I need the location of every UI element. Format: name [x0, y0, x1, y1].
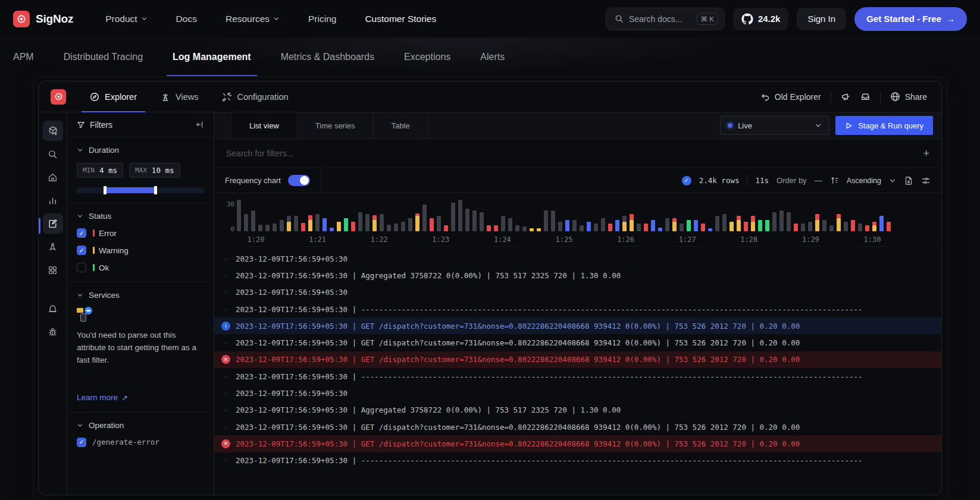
- view-tab-time-series[interactable]: Time series: [298, 112, 374, 139]
- download-file-icon: [904, 176, 913, 185]
- inbox-button[interactable]: [860, 92, 871, 102]
- nav-link-resources[interactable]: Resources: [226, 14, 280, 24]
- log-text: 2023-12-09T17:56:59+05:30 | ------------…: [236, 456, 863, 465]
- chart-bar: [680, 224, 684, 231]
- collapse-panel-icon[interactable]: [195, 120, 204, 129]
- docs-search-input[interactable]: Search docs... ⌘ K: [606, 8, 725, 30]
- share-button[interactable]: Share: [890, 92, 927, 102]
- product-tab-metrics-dashboards[interactable]: Metrics & Dashboards: [281, 38, 374, 76]
- duration-section-header[interactable]: Duration: [77, 146, 204, 155]
- log-row[interactable]: ›2023-12-09T17:56:59+05:30 | -----------…: [214, 452, 941, 469]
- product-tab-log-management[interactable]: Log Management: [173, 38, 251, 76]
- checkbox[interactable]: ✓: [77, 246, 86, 255]
- rail-item-dashboards[interactable]: [43, 260, 63, 280]
- arrow-right-icon: →: [946, 14, 955, 24]
- expand-caret-icon[interactable]: ›: [224, 306, 228, 313]
- nav-link-pricing[interactable]: Pricing: [308, 14, 336, 24]
- rail-item-exceptions[interactable]: [43, 322, 63, 342]
- log-row[interactable]: ›2023-12-09T17:56:59+05:30 | -----------…: [214, 301, 941, 317]
- chevron-down-icon: [77, 292, 83, 298]
- expand-caret-icon[interactable]: ›: [224, 457, 228, 464]
- divider: [831, 92, 831, 102]
- tab-views[interactable]: Views: [161, 81, 198, 112]
- view-tab-table[interactable]: Table: [374, 112, 428, 139]
- add-filter-button[interactable]: +: [923, 147, 929, 160]
- log-row[interactable]: ›2023-12-09T17:56:59+05:30: [214, 284, 941, 301]
- log-row[interactable]: i2023-12-09T17:56:59+05:30 | GET /dispat…: [214, 317, 941, 334]
- log-row[interactable]: ✕2023-12-09T17:56:59+05:30 | GET /dispat…: [214, 435, 941, 452]
- nav-link-customer-stories[interactable]: Customer Stories: [365, 14, 436, 24]
- old-explorer-button[interactable]: Old Explorer: [760, 92, 821, 102]
- product-tab-exceptions[interactable]: Exceptions: [404, 38, 450, 76]
- frequency-chart-toggle[interactable]: [288, 175, 310, 186]
- learn-more-link[interactable]: Learn more ↗: [77, 393, 204, 402]
- export-button[interactable]: [904, 176, 913, 185]
- rail-item-home[interactable]: [43, 167, 63, 187]
- status-checkbox-warning[interactable]: ✓Warning: [77, 246, 204, 255]
- log-row[interactable]: ›2023-12-09T17:56:59+05:30 | GET /dispat…: [214, 419, 941, 435]
- elapsed-time: 11s: [755, 176, 769, 185]
- expand-caret-icon[interactable]: ›: [224, 389, 228, 397]
- app-logo-icon[interactable]: [51, 89, 66, 105]
- log-row[interactable]: ›2023-12-09T17:56:59+05:30 | -----------…: [214, 368, 941, 385]
- x-axis-label: 1:23: [432, 235, 449, 244]
- slider-handle-max[interactable]: [154, 186, 157, 194]
- log-row[interactable]: ›2023-12-09T17:56:59+05:30 | Aggregated …: [214, 402, 941, 419]
- expand-caret-icon[interactable]: ›: [224, 255, 228, 263]
- duration-slider[interactable]: [77, 187, 204, 193]
- chart-bar: [358, 212, 362, 231]
- log-row[interactable]: ›2023-12-09T17:56:59+05:30: [214, 250, 941, 267]
- expand-caret-icon[interactable]: ›: [224, 406, 228, 414]
- log-row[interactable]: ›2023-12-09T17:56:59+05:30 | GET /dispat…: [214, 334, 941, 351]
- expand-caret-icon[interactable]: ›: [224, 373, 228, 380]
- filter-search-input[interactable]: Search for filters...: [226, 149, 923, 158]
- operation-checkbox--generate-error[interactable]: ✓/generate-error: [77, 438, 204, 447]
- expand-caret-icon[interactable]: ›: [224, 288, 228, 296]
- github-stars-button[interactable]: 24.2k: [733, 8, 789, 30]
- status-checkbox-error[interactable]: ✓Error: [77, 228, 204, 238]
- old-explorer-label: Old Explorer: [775, 92, 821, 102]
- duration-min-input[interactable]: MIN 4 ms: [77, 163, 123, 178]
- product-tab-apm[interactable]: APM: [13, 38, 34, 76]
- x-axis-label: 1:30: [864, 235, 881, 244]
- rail-item-get-started[interactable]: [43, 121, 63, 141]
- status-section-header[interactable]: Status: [77, 212, 204, 221]
- rail-item-alerts[interactable]: [43, 298, 63, 319]
- rail-item-search[interactable]: [43, 144, 63, 164]
- chevron-down-icon[interactable]: [889, 177, 896, 184]
- log-row[interactable]: ✕2023-12-09T17:56:59+05:30 | GET /dispat…: [214, 351, 941, 368]
- operation-section-header[interactable]: Operation: [77, 421, 204, 430]
- services-section-header[interactable]: Services: [77, 291, 204, 300]
- expand-caret-icon[interactable]: ›: [224, 423, 228, 431]
- time-range-select[interactable]: Live: [720, 116, 829, 135]
- checkbox[interactable]: ✓: [77, 438, 86, 447]
- nav-link-product[interactable]: Product: [105, 14, 147, 24]
- duration-max-input[interactable]: MAX 10 ms: [129, 163, 180, 178]
- product-tab-alerts[interactable]: Alerts: [480, 38, 505, 76]
- signoz-logo[interactable]: SigNoz: [13, 11, 73, 27]
- log-row[interactable]: ›2023-12-09T17:56:59+05:30 | Aggregated …: [214, 267, 941, 284]
- chart-bar: [851, 220, 855, 231]
- x-axis-label: 1:22: [371, 235, 388, 244]
- expand-caret-icon[interactable]: ›: [224, 339, 228, 347]
- rail-item-services[interactable]: [43, 190, 63, 210]
- rail-item-traces[interactable]: [43, 237, 63, 257]
- nav-link-docs[interactable]: Docs: [176, 14, 197, 24]
- log-row[interactable]: ›2023-12-09T17:56:59+05:30: [214, 385, 941, 401]
- severity-color-tick: [93, 264, 95, 271]
- checkbox[interactable]: [77, 263, 86, 272]
- tab-explorer[interactable]: Explorer: [90, 81, 137, 112]
- stage-run-query-button[interactable]: Stage & Run query: [835, 116, 933, 135]
- rail-item-logs[interactable]: [43, 213, 63, 234]
- checkbox[interactable]: ✓: [77, 228, 86, 238]
- slider-handle-min[interactable]: [104, 186, 107, 194]
- format-options-button[interactable]: [921, 176, 931, 185]
- tab-configuration[interactable]: Configuration: [222, 81, 288, 112]
- sign-in-button[interactable]: Sign In: [797, 8, 846, 30]
- status-checkbox-ok[interactable]: Ok: [77, 263, 204, 272]
- expand-caret-icon[interactable]: ›: [224, 272, 228, 279]
- product-tab-distributed-tracing[interactable]: Distributed Tracing: [64, 38, 143, 76]
- view-tab-list[interactable]: List view: [231, 112, 298, 139]
- get-started-button[interactable]: Get Started - Free →: [854, 7, 967, 31]
- announcements-button[interactable]: [841, 92, 851, 102]
